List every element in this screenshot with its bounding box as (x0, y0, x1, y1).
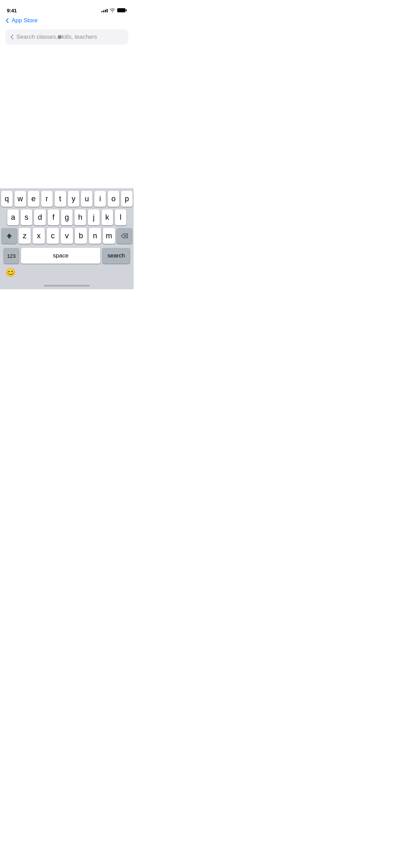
text-cursor (58, 35, 62, 39)
key-b[interactable]: b (75, 228, 87, 244)
search-bar-container: Search classes, kills, teachers (0, 27, 134, 50)
shift-key[interactable] (2, 228, 17, 244)
key-x[interactable]: x (33, 228, 45, 244)
key-n[interactable]: n (89, 228, 101, 244)
key-f[interactable]: f (48, 209, 59, 225)
key-s[interactable]: s (21, 209, 32, 225)
key-l[interactable]: l (115, 209, 126, 225)
space-key[interactable]: space (21, 248, 100, 264)
key-a[interactable]: a (7, 209, 19, 225)
key-v[interactable]: v (61, 228, 73, 244)
wifi-icon (110, 8, 115, 12)
key-d[interactable]: d (34, 209, 46, 225)
num-label: 123 (7, 253, 15, 259)
num-key[interactable]: 123 (4, 248, 19, 264)
keyboard-row-1: q w e r t y u i o p (1, 191, 133, 207)
status-icons (101, 8, 127, 13)
key-q[interactable]: q (1, 191, 13, 207)
app-store-nav[interactable]: App Store (0, 17, 134, 27)
key-z[interactable]: z (19, 228, 31, 244)
emoji-icon: 😊 (5, 268, 16, 277)
key-w[interactable]: w (14, 191, 26, 207)
back-label: App Store (12, 17, 38, 24)
key-o[interactable]: o (108, 191, 119, 207)
key-i[interactable]: i (94, 191, 106, 207)
key-h[interactable]: h (74, 209, 86, 225)
main-content (0, 50, 134, 193)
search-key[interactable]: search (102, 248, 130, 264)
key-k[interactable]: k (101, 209, 113, 225)
placeholder-after-cursor: kills, teachers (62, 34, 97, 40)
space-label: space (53, 252, 68, 259)
keyboard-row-3: z x c v b n m (1, 228, 133, 244)
status-bar: 9:41 (0, 0, 134, 17)
signal-icon (101, 8, 108, 12)
search-bar[interactable]: Search classes, kills, teachers (5, 29, 128, 45)
status-time: 9:41 (7, 8, 17, 13)
back-to-app-store[interactable]: App Store (5, 17, 38, 24)
svg-rect-1 (126, 9, 127, 11)
keyboard-row-2: a s d f g h j k l (1, 209, 133, 225)
key-t[interactable]: t (54, 191, 66, 207)
search-back-icon (10, 34, 14, 40)
key-j[interactable]: j (88, 209, 99, 225)
key-e[interactable]: e (28, 191, 39, 207)
key-y[interactable]: y (68, 191, 80, 207)
home-bar (44, 285, 90, 287)
back-chevron-icon (5, 18, 9, 23)
battery-icon (117, 8, 127, 13)
key-m[interactable]: m (103, 228, 115, 244)
key-c[interactable]: c (47, 228, 59, 244)
shift-icon (6, 233, 12, 239)
key-g[interactable]: g (61, 209, 73, 225)
key-p[interactable]: p (121, 191, 133, 207)
delete-icon (121, 233, 128, 239)
svg-rect-0 (117, 8, 125, 12)
key-r[interactable]: r (41, 191, 53, 207)
keyboard: q w e r t y u i o p a s d f g h j k l z … (0, 188, 134, 289)
search-back-button[interactable] (10, 34, 14, 40)
home-indicator-bar (1, 282, 133, 289)
emoji-button[interactable]: 😊 (3, 265, 18, 280)
search-label: search (107, 252, 125, 259)
delete-key[interactable] (117, 228, 132, 244)
search-placeholder[interactable]: Search classes, kills, teachers (16, 34, 123, 40)
emoji-row: 😊 (1, 264, 133, 282)
key-u[interactable]: u (81, 191, 93, 207)
keyboard-row-4: 123 space search (1, 246, 133, 264)
placeholder-before-cursor: Search classes, (16, 34, 58, 40)
